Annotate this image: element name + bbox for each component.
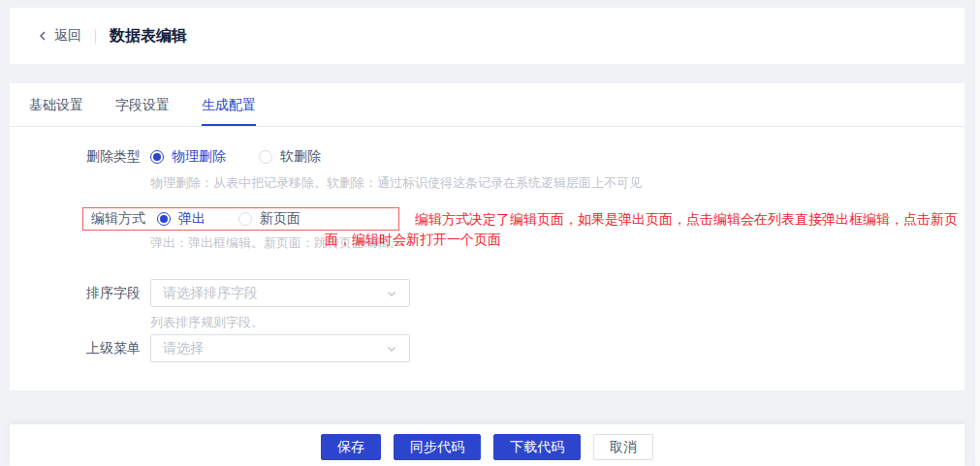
- scrollbar-track[interactable]: [975, 0, 980, 466]
- radio-soft-delete-label: 软删除: [280, 148, 321, 166]
- page-root: 返回 数据表编辑 基础设置 字段设置 生成配置 删除类型 物理删除 软删除 物理…: [0, 0, 980, 466]
- page-header: 返回 数据表编辑: [10, 8, 964, 64]
- radio-popup-label: 弹出: [178, 210, 205, 228]
- tab-bar: 基础设置 字段设置 生成配置: [10, 83, 964, 127]
- save-button[interactable]: 保存: [321, 434, 381, 460]
- radio-selected-icon: [150, 150, 164, 164]
- radio-soft-delete[interactable]: 软删除: [259, 148, 321, 166]
- delete-type-label: 删除类型: [29, 148, 141, 166]
- edit-mode-label: 编辑方式: [87, 210, 145, 228]
- back-button[interactable]: 返回: [37, 27, 81, 45]
- cancel-button[interactable]: 取消: [593, 434, 653, 460]
- radio-new-page-label: 新页面: [260, 210, 300, 228]
- edit-mode-annotation: 编辑方式决定了编辑页面，如果是弹出页面，点击编辑会在列表直接弹出框编辑，点击新页…: [325, 209, 980, 250]
- sort-field-placeholder: 请选择排序字段: [163, 285, 386, 302]
- parent-menu-label: 上级菜单: [29, 340, 141, 357]
- main-panel: 基础设置 字段设置 生成配置 删除类型 物理删除 软删除 物理删除：从表中把记录…: [10, 83, 964, 390]
- radio-unselected-icon: [259, 150, 272, 164]
- parent-menu-select[interactable]: 请选择: [150, 334, 410, 362]
- radio-physical-delete[interactable]: 物理删除: [150, 148, 226, 166]
- radio-new-page[interactable]: 新页面: [238, 210, 300, 228]
- tab-generate-config[interactable]: 生成配置: [202, 83, 256, 126]
- back-label: 返回: [54, 27, 81, 45]
- tab-field-settings[interactable]: 字段设置: [115, 83, 170, 126]
- tab-basic-settings[interactable]: 基础设置: [29, 83, 83, 126]
- chevron-down-icon: [386, 343, 397, 355]
- download-code-button[interactable]: 下载代码: [493, 434, 581, 460]
- page-title: 数据表编辑: [110, 26, 187, 47]
- radio-popup[interactable]: 弹出: [157, 210, 205, 228]
- sort-field-select[interactable]: 请选择排序字段: [150, 279, 410, 307]
- sync-code-button[interactable]: 同步代码: [394, 434, 481, 460]
- sort-field-help: 列表排序规则字段。: [150, 314, 264, 331]
- parent-menu-row: 上级菜单 请选择: [29, 334, 410, 362]
- chevron-left-icon: [37, 30, 48, 42]
- sort-field-label: 排序字段: [29, 285, 141, 302]
- footer-action-bar: 保存 同步代码 下载代码 取消: [10, 424, 964, 466]
- header-divider: [95, 29, 96, 44]
- delete-type-help: 物理删除：从表中把记录移除。软删除：通过标识使得这条记录在系统逻辑层面上不可见: [150, 174, 642, 192]
- radio-selected-icon: [157, 212, 171, 226]
- radio-unselected-icon: [238, 212, 252, 226]
- chevron-down-icon: [386, 288, 397, 299]
- delete-type-row: 删除类型 物理删除 软删除: [29, 145, 354, 169]
- sort-field-row: 排序字段 请选择排序字段: [29, 279, 410, 307]
- parent-menu-placeholder: 请选择: [163, 340, 386, 357]
- radio-physical-delete-label: 物理删除: [172, 148, 226, 166]
